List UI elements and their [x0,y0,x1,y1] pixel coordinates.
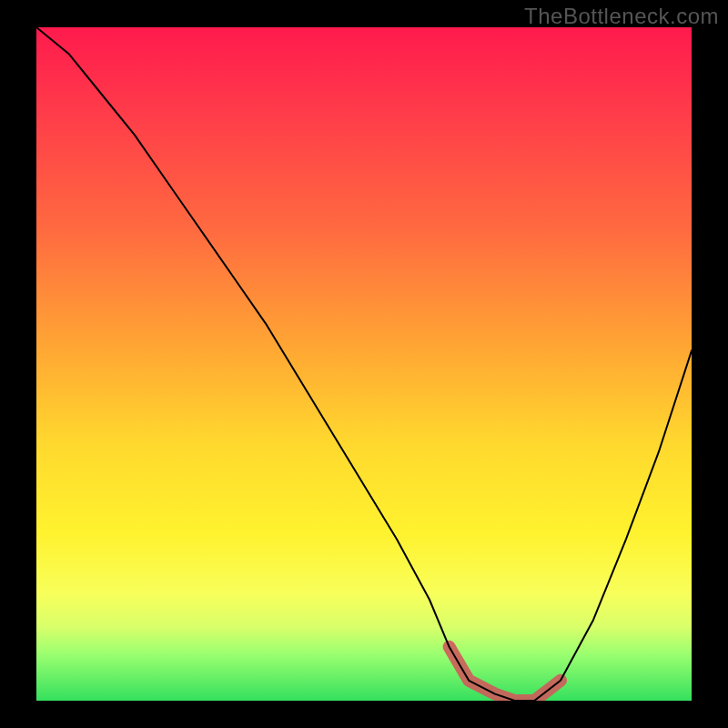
watermark-text: TheBottleneck.com [524,4,719,29]
plot-area [36,27,692,701]
curve-svg [36,27,692,701]
bottleneck-curve [36,27,692,701]
chart-frame: TheBottleneck.com [0,0,728,728]
